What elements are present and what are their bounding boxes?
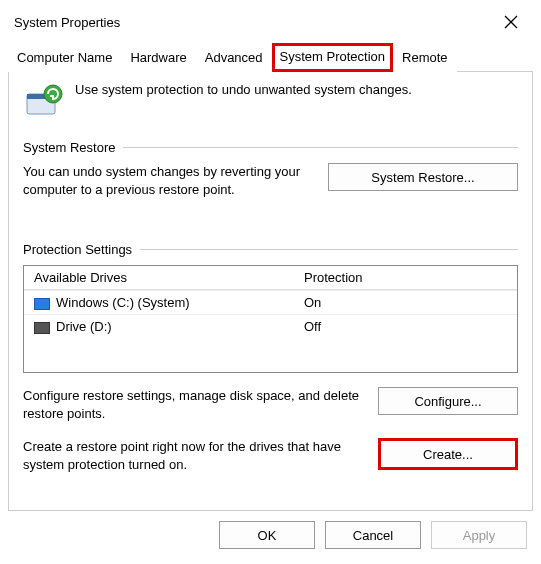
divider (123, 147, 518, 148)
intro-row: Use system protection to undo unwanted s… (23, 82, 518, 122)
tab-advanced[interactable]: Advanced (196, 43, 272, 72)
drive-name: Windows (C:) (System) (56, 295, 190, 310)
system-restore-button[interactable]: System Restore... (328, 163, 518, 191)
col-protection[interactable]: Protection (294, 266, 517, 289)
drives-header: Available Drives Protection (24, 266, 517, 290)
create-button[interactable]: Create... (378, 438, 518, 470)
divider (140, 249, 518, 250)
drive-status: On (294, 291, 517, 314)
tab-computer-name[interactable]: Computer Name (8, 43, 121, 72)
tab-panel: Use system protection to undo unwanted s… (8, 71, 533, 511)
col-available-drives[interactable]: Available Drives (24, 266, 294, 289)
intro-text: Use system protection to undo unwanted s… (75, 82, 412, 97)
drive-icon (34, 322, 50, 334)
table-row[interactable]: Windows (C:) (System) On (24, 290, 517, 314)
drive-name: Drive (D:) (56, 319, 112, 334)
tab-remote[interactable]: Remote (393, 43, 457, 72)
tab-hardware[interactable]: Hardware (121, 43, 195, 72)
drive-status: Off (294, 315, 517, 338)
ok-button[interactable]: OK (219, 521, 315, 549)
svg-point-2 (44, 85, 62, 103)
protection-settings-heading: Protection Settings (23, 242, 518, 257)
system-restore-heading: System Restore (23, 140, 518, 155)
system-restore-text: You can undo system changes by reverting… (23, 163, 316, 198)
protection-settings-label: Protection Settings (23, 242, 132, 257)
title-bar: System Properties (0, 0, 541, 42)
table-row[interactable]: Drive (D:) Off (24, 314, 517, 338)
cancel-button[interactable]: Cancel (325, 521, 421, 549)
drives-table: Available Drives Protection Windows (C:)… (23, 265, 518, 373)
apply-button[interactable]: Apply (431, 521, 527, 549)
tab-system-protection[interactable]: System Protection (272, 43, 394, 72)
create-text: Create a restore point right now for the… (23, 438, 366, 473)
tab-strip: Computer Name Hardware Advanced System P… (0, 42, 541, 71)
window-title: System Properties (14, 15, 120, 30)
table-blank (24, 338, 517, 372)
close-button[interactable] (493, 8, 529, 36)
configure-button[interactable]: Configure... (378, 387, 518, 415)
configure-text: Configure restore settings, manage disk … (23, 387, 366, 422)
dialog-footer: OK Cancel Apply (0, 511, 541, 549)
drive-icon (34, 298, 50, 310)
system-protection-icon (23, 82, 63, 122)
close-icon (504, 15, 518, 29)
system-restore-label: System Restore (23, 140, 115, 155)
